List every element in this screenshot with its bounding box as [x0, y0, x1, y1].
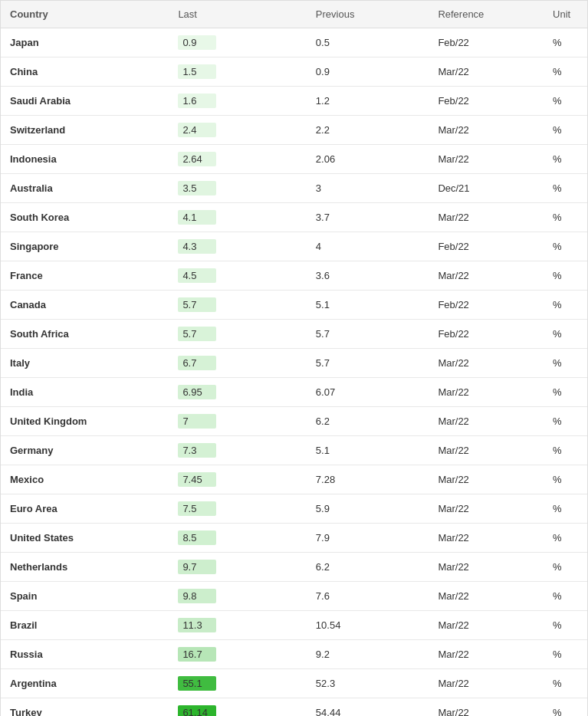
table-row: Saudi Arabia 1.6 1.2 Feb/22 %	[1, 87, 587, 116]
cell-last: 8.5	[169, 524, 306, 553]
cell-unit: %	[544, 174, 587, 203]
cell-last: 4.3	[169, 232, 306, 261]
cell-reference: Mar/22	[429, 203, 544, 232]
cell-last: 3.5	[169, 174, 306, 203]
cell-unit: %	[544, 698, 587, 717]
cell-last: 7.45	[169, 465, 306, 494]
header-unit: Unit	[544, 1, 587, 28]
table-row: China 1.5 0.9 Mar/22 %	[1, 57, 587, 87]
cell-country: Netherlands	[1, 553, 169, 582]
cell-reference: Mar/22	[429, 611, 544, 640]
table-row: Australia 3.5 3 Dec/21 %	[1, 174, 587, 203]
table-row: South Africa 5.7 5.7 Feb/22 %	[1, 320, 587, 349]
cell-reference: Mar/22	[429, 524, 544, 553]
cell-country: Turkey	[1, 698, 169, 717]
cell-country: France	[1, 261, 169, 291]
cell-country: Russia	[1, 640, 169, 669]
cell-last: 7	[169, 407, 306, 436]
table-row: France 4.5 3.6 Mar/22 %	[1, 261, 587, 291]
cell-previous: 6.2	[307, 407, 429, 436]
table-row: Turkey 61.14 54.44 Mar/22 %	[1, 698, 587, 717]
cell-reference: Feb/22	[429, 291, 544, 320]
cell-last: 16.7	[169, 640, 306, 669]
header-previous: Previous	[307, 1, 429, 28]
cell-country: Euro Area	[1, 494, 169, 524]
cell-unit: %	[544, 553, 587, 582]
cell-previous: 4	[307, 232, 429, 261]
cell-unit: %	[544, 349, 587, 378]
cell-previous: 5.7	[307, 320, 429, 349]
cell-last: 1.5	[169, 57, 306, 87]
cell-country: South Korea	[1, 203, 169, 232]
cell-country: Canada	[1, 291, 169, 320]
cell-previous: 0.9	[307, 57, 429, 87]
table-row: Spain 9.8 7.6 Mar/22 %	[1, 582, 587, 611]
cell-reference: Mar/22	[429, 553, 544, 582]
cell-unit: %	[544, 261, 587, 291]
cell-country: Argentina	[1, 669, 169, 698]
cell-last: 0.9	[169, 28, 306, 57]
inflation-table: Country Last Previous Reference Unit Jap…	[0, 0, 588, 716]
table-row: Germany 7.3 5.1 Mar/22 %	[1, 436, 587, 465]
table-row: Netherlands 9.7 6.2 Mar/22 %	[1, 553, 587, 582]
cell-reference: Mar/22	[429, 465, 544, 494]
cell-reference: Mar/22	[429, 407, 544, 436]
cell-previous: 1.2	[307, 87, 429, 116]
cell-last: 5.7	[169, 291, 306, 320]
cell-previous: 3.6	[307, 261, 429, 291]
cell-country: Brazil	[1, 611, 169, 640]
cell-unit: %	[544, 494, 587, 524]
cell-country: Switzerland	[1, 116, 169, 145]
cell-reference: Feb/22	[429, 28, 544, 57]
cell-reference: Mar/22	[429, 349, 544, 378]
cell-unit: %	[544, 407, 587, 436]
table-row: Brazil 11.3 10.54 Mar/22 %	[1, 611, 587, 640]
cell-last: 4.1	[169, 203, 306, 232]
cell-last: 2.64	[169, 145, 306, 174]
cell-country: United Kingdom	[1, 407, 169, 436]
header-country: Country	[1, 1, 169, 28]
table-row: Russia 16.7 9.2 Mar/22 %	[1, 640, 587, 669]
table-row: Singapore 4.3 4 Feb/22 %	[1, 232, 587, 261]
cell-country: Italy	[1, 349, 169, 378]
cell-country: Spain	[1, 582, 169, 611]
cell-previous: 5.9	[307, 494, 429, 524]
cell-previous: 52.3	[307, 669, 429, 698]
cell-reference: Mar/22	[429, 698, 544, 717]
table-row: Canada 5.7 5.1 Feb/22 %	[1, 291, 587, 320]
header-reference: Reference	[429, 1, 544, 28]
cell-last: 4.5	[169, 261, 306, 291]
table-row: South Korea 4.1 3.7 Mar/22 %	[1, 203, 587, 232]
cell-unit: %	[544, 145, 587, 174]
cell-previous: 7.28	[307, 465, 429, 494]
cell-previous: 0.5	[307, 28, 429, 57]
cell-reference: Mar/22	[429, 494, 544, 524]
cell-last: 55.1	[169, 669, 306, 698]
cell-reference: Feb/22	[429, 87, 544, 116]
cell-unit: %	[544, 669, 587, 698]
cell-country: South Africa	[1, 320, 169, 349]
cell-last: 1.6	[169, 87, 306, 116]
cell-country: Australia	[1, 174, 169, 203]
cell-previous: 5.7	[307, 349, 429, 378]
cell-country: United States	[1, 524, 169, 553]
cell-unit: %	[544, 87, 587, 116]
cell-last: 61.14	[169, 698, 306, 717]
table-row: Argentina 55.1 52.3 Mar/22 %	[1, 669, 587, 698]
cell-unit: %	[544, 582, 587, 611]
cell-last: 7.5	[169, 494, 306, 524]
cell-reference: Mar/22	[429, 57, 544, 87]
cell-reference: Mar/22	[429, 261, 544, 291]
cell-reference: Feb/22	[429, 232, 544, 261]
header-last: Last	[169, 1, 306, 28]
cell-last: 6.7	[169, 349, 306, 378]
cell-previous: 2.06	[307, 145, 429, 174]
cell-country: India	[1, 378, 169, 407]
cell-last: 6.95	[169, 378, 306, 407]
cell-reference: Dec/21	[429, 174, 544, 203]
cell-reference: Mar/22	[429, 669, 544, 698]
cell-unit: %	[544, 465, 587, 494]
cell-previous: 7.9	[307, 524, 429, 553]
cell-previous: 10.54	[307, 611, 429, 640]
cell-reference: Feb/22	[429, 320, 544, 349]
